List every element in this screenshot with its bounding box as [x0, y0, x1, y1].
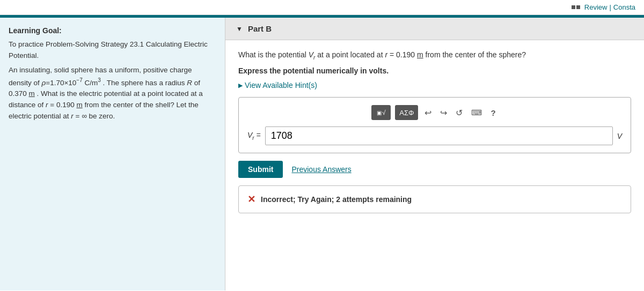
separator: |	[609, 3, 611, 11]
learning-goal-paragraph1: To practice Problem-Solving Strategy 23.…	[9, 39, 216, 62]
answer-box: ▣ √ ΑΣΦ ↩ ↪ ↺ ⌨	[238, 97, 631, 153]
submit-row: Submit Previous Answers	[238, 161, 631, 178]
redo-button[interactable]: ↪	[438, 107, 449, 119]
x-icon: ✕	[247, 193, 255, 205]
undo-button[interactable]: ↩	[422, 107, 434, 119]
triangle-right-icon: ▶	[238, 82, 243, 89]
help-button[interactable]: ?	[488, 107, 497, 118]
question-mark-icon: ?	[491, 108, 495, 117]
collapse-arrow-icon[interactable]: ▼	[236, 25, 243, 33]
input-row: Vr = V	[247, 126, 622, 145]
hint-link[interactable]: ▶ View Available Hint(s)	[238, 81, 317, 89]
top-bar-links: Review | Consta	[572, 3, 635, 11]
instruction-text: Express the potential numerically in vol…	[238, 66, 631, 75]
toolbar: ▣ √ ΑΣΦ ↩ ↪ ↺ ⌨	[247, 105, 622, 120]
content-area: What is the potential Vr at a point loca…	[225, 40, 644, 222]
learning-goal-title: Learning Goal:	[9, 26, 216, 35]
sqrt-icon: √	[382, 109, 386, 116]
question-text: What is the potential Vr at a point loca…	[238, 49, 631, 62]
top-bar: Review | Consta	[0, 0, 644, 15]
left-panel: Learning Goal: To practice Problem-Solvi…	[0, 18, 225, 290]
grid-icon: ▣	[377, 110, 382, 116]
right-panel: ▼ Part B What is the potential Vr at a p…	[225, 18, 644, 290]
alpha-sigma-label: ΑΣΦ	[399, 109, 414, 117]
consta-link[interactable]: Consta	[613, 3, 635, 11]
answer-input[interactable]	[265, 126, 613, 145]
alpha-sigma-button[interactable]: ΑΣΦ	[395, 105, 418, 120]
part-b-header: ▼ Part B	[225, 18, 644, 40]
feedback-message: Incorrect; Try Again; 2 attempts remaini…	[261, 195, 412, 204]
hint-label: View Available Hint(s)	[245, 81, 317, 89]
keyboard-button[interactable]: ⌨	[469, 107, 484, 118]
learning-goal-paragraph2: An insulating, solid sphere has a unifor…	[9, 65, 216, 122]
undo-icon: ↩	[425, 108, 431, 118]
variable-label: Vr =	[247, 131, 261, 141]
squares-icon	[572, 5, 580, 9]
review-link[interactable]: Review	[584, 3, 608, 11]
redo-icon: ↪	[440, 108, 447, 118]
refresh-button[interactable]: ↺	[453, 107, 465, 119]
submit-button[interactable]: Submit	[238, 161, 283, 178]
math-grid-button[interactable]: ▣ √	[371, 105, 391, 120]
keyboard-icon: ⌨	[471, 108, 482, 117]
part-b-title: Part B	[248, 24, 272, 33]
refresh-icon: ↺	[456, 108, 463, 118]
previous-answers-button[interactable]: Previous Answers	[291, 165, 351, 174]
feedback-box: ✕ Incorrect; Try Again; 2 attempts remai…	[238, 185, 631, 213]
unit-label: V	[617, 132, 622, 140]
